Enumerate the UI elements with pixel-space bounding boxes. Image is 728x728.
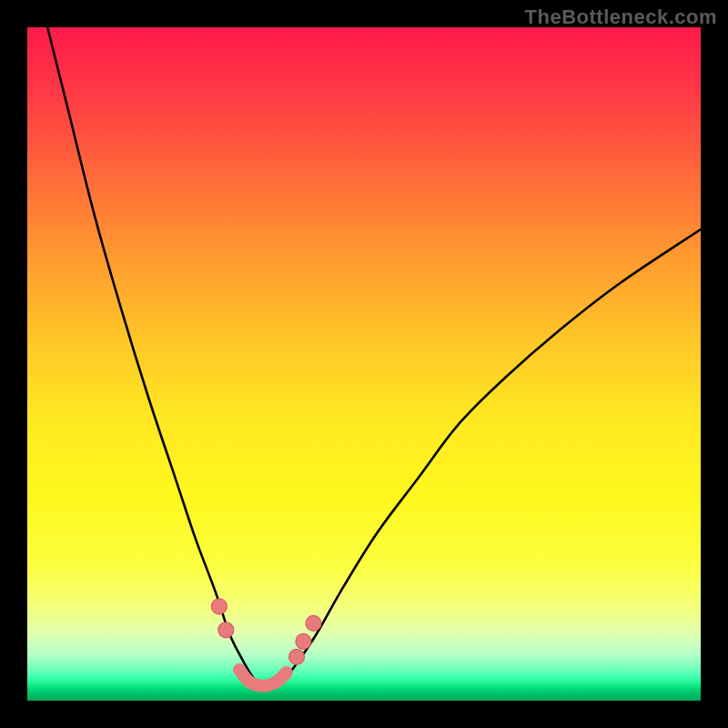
watermark-text: TheBottleneck.com <box>525 5 717 29</box>
marker-dot <box>218 622 234 638</box>
bottleneck-curve <box>47 27 701 687</box>
marker-dot <box>306 615 321 631</box>
marker-dot <box>289 649 305 664</box>
marker-dot <box>296 633 311 649</box>
plot-area <box>27 27 701 701</box>
valley-highlight <box>239 670 287 686</box>
marker-dots <box>211 599 321 665</box>
chart-svg <box>27 27 701 701</box>
chart-frame: TheBottleneck.com <box>0 0 728 728</box>
marker-dot <box>211 599 227 614</box>
